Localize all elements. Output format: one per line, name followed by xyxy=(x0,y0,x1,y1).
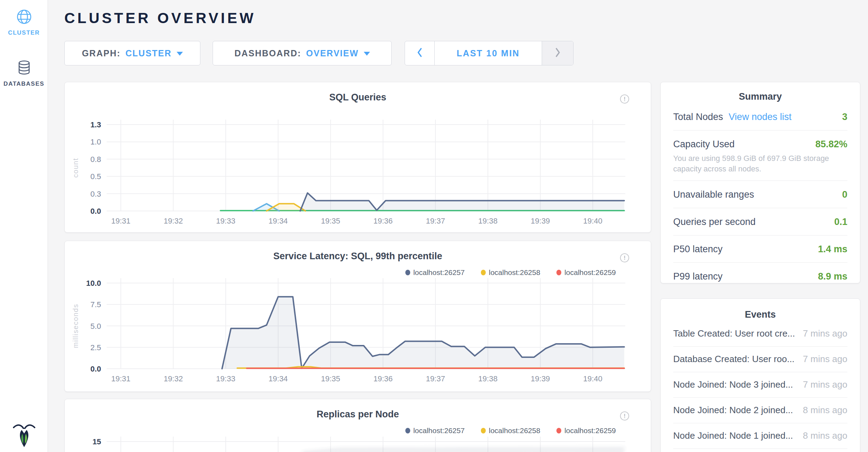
svg-text:0.5: 0.5 xyxy=(90,172,101,181)
svg-text:19:40: 19:40 xyxy=(583,217,603,225)
svg-text:19:33: 19:33 xyxy=(216,374,235,383)
svg-text:19:32: 19:32 xyxy=(164,374,183,383)
summary-row-capacity-used: Capacity Used 85.82% You are using 598.9… xyxy=(673,130,847,181)
sql-queries-chart-canvas[interactable]: 19:3119:3219:3319:3419:3519:3619:3719:38… xyxy=(65,82,652,233)
svg-text:19:36: 19:36 xyxy=(373,374,393,383)
svg-text:19:34: 19:34 xyxy=(269,217,288,225)
summary-row-p50-latency: P50 latency 1.4 ms xyxy=(673,235,847,263)
event-timestamp: 7 mins ago xyxy=(803,328,847,339)
svg-text:0.0: 0.0 xyxy=(90,365,101,373)
svg-text:0.3: 0.3 xyxy=(90,190,101,198)
summary-row-value: 8.9 ms xyxy=(818,271,847,282)
svg-text:1.3: 1.3 xyxy=(90,120,101,129)
chevron-left-icon xyxy=(417,47,423,59)
event-row: Node Joined: Node 1 joined... 8 mins ago xyxy=(673,423,847,449)
summary-row-value: 1.4 ms xyxy=(818,244,847,255)
event-row: Node Joined: Node 2 joined... 8 mins ago xyxy=(673,398,847,423)
event-row: Database Created: User roo... 7 mins ago xyxy=(673,347,847,372)
sidebar-item-label: DATABASES xyxy=(0,80,48,87)
svg-text:19:37: 19:37 xyxy=(426,374,445,383)
event-row: Node Joined: Node 3 joined... 7 mins ago xyxy=(673,372,847,398)
page-title: CLUSTER OVERVIEW xyxy=(64,10,256,27)
svg-text:19:39: 19:39 xyxy=(531,217,550,225)
summary-row-p99-latency: P99 latency 8.9 ms xyxy=(673,263,847,290)
events-panel: Events Table Created: User root cre... 7… xyxy=(660,298,860,452)
event-timestamp: 7 mins ago xyxy=(803,379,847,390)
svg-text:19:35: 19:35 xyxy=(321,217,340,225)
summary-row-label: Capacity Used xyxy=(673,139,735,150)
svg-text:10.0: 10.0 xyxy=(86,279,101,288)
caret-down-icon xyxy=(364,52,370,56)
svg-text:15: 15 xyxy=(93,437,101,446)
graph-dropdown[interactable]: GRAPH: CLUSTER xyxy=(64,41,200,65)
summary-row-value: 3 xyxy=(842,112,847,122)
svg-text:19:39: 19:39 xyxy=(531,374,550,383)
svg-text:19:33: 19:33 xyxy=(216,217,235,225)
globe-icon xyxy=(16,20,33,26)
time-window-next-button[interactable] xyxy=(542,41,573,65)
svg-text:milliseconds: milliseconds xyxy=(72,304,79,348)
event-timestamp: 8 mins ago xyxy=(803,405,847,416)
service-latency-chart-card: Service Latency: SQL, 99th percentile lo… xyxy=(64,241,651,392)
summary-row-label: P50 latency xyxy=(673,244,723,255)
event-timestamp: 8 mins ago xyxy=(803,430,847,441)
svg-text:19:37: 19:37 xyxy=(426,217,445,225)
dashboard-dropdown-value: OVERVIEW xyxy=(306,48,358,58)
caret-down-icon xyxy=(177,52,183,56)
time-window-range-button[interactable]: LAST 10 MIN xyxy=(435,41,542,65)
svg-text:2.5: 2.5 xyxy=(90,343,101,352)
event-label: Node Joined: Node 2 joined... xyxy=(673,405,793,416)
summary-row-unavailable-ranges: Unavailable ranges 0 xyxy=(673,181,847,208)
replicas-per-node-chart-canvas[interactable]: 19:3119:3219:3319:3419:3519:3619:3719:38… xyxy=(65,399,652,452)
dashboard-dropdown[interactable]: DASHBOARD: OVERVIEW xyxy=(213,41,392,65)
svg-text:19:35: 19:35 xyxy=(321,374,340,383)
replicas-per-node-chart-card: Replicas per Node localhost:26257 localh… xyxy=(64,399,651,452)
service-latency-chart-canvas[interactable]: 19:3119:3219:3319:3419:3519:3619:3719:38… xyxy=(65,241,652,392)
sidebar-item-databases[interactable]: DATABASES xyxy=(0,59,48,87)
event-timestamp: 7 mins ago xyxy=(803,354,847,365)
svg-text:19:38: 19:38 xyxy=(478,374,498,383)
event-label: Node Joined: Node 1 joined... xyxy=(673,430,793,441)
summary-row-value: 85.82% xyxy=(815,139,847,150)
cockroachdb-bug-logo xyxy=(0,423,48,449)
event-label: Database Created: User roo... xyxy=(673,354,795,365)
summary-row-label: Total Nodes xyxy=(673,112,723,122)
summary-panel: Summary Total Nodes View nodes list 3 Ca… xyxy=(660,82,860,283)
summary-row-label: Queries per second xyxy=(673,217,756,227)
summary-row-label: Unavailable ranges xyxy=(673,189,754,200)
svg-text:0.0: 0.0 xyxy=(90,207,101,216)
sql-queries-chart-card: SQL Queries 19:3119:3219:3319:3419:3519:… xyxy=(64,82,651,233)
database-stack-icon xyxy=(16,71,32,77)
svg-text:5.0: 5.0 xyxy=(90,322,101,331)
view-nodes-list-link[interactable]: View nodes list xyxy=(729,112,792,122)
summary-row-queries-per-second: Queries per second 0.1 xyxy=(673,208,847,235)
graph-dropdown-label: GRAPH: xyxy=(82,48,121,58)
graph-dropdown-value: CLUSTER xyxy=(126,48,172,58)
summary-row-value: 0 xyxy=(842,189,847,200)
summary-row-value: 0.1 xyxy=(834,217,847,227)
events-title: Events xyxy=(673,309,847,321)
svg-text:19:34: 19:34 xyxy=(269,374,288,383)
event-label: Node Joined: Node 3 joined... xyxy=(673,379,793,390)
summary-row-total-nodes: Total Nodes View nodes list 3 xyxy=(673,103,847,130)
sidebar: CLUSTER DATABASES xyxy=(0,0,48,452)
sidebar-item-label: CLUSTER xyxy=(0,29,48,36)
time-window-selector: LAST 10 MIN xyxy=(405,41,574,65)
svg-text:1.0: 1.0 xyxy=(90,137,101,146)
svg-text:19:31: 19:31 xyxy=(111,374,130,383)
summary-title: Summary xyxy=(673,91,847,103)
summary-row-label: P99 latency xyxy=(673,271,723,282)
event-label: Table Created: User root cre... xyxy=(673,328,795,339)
svg-text:19:36: 19:36 xyxy=(373,217,393,225)
chevron-right-icon xyxy=(555,47,561,59)
svg-text:19:38: 19:38 xyxy=(478,217,498,225)
svg-text:19:31: 19:31 xyxy=(111,217,130,225)
svg-text:count: count xyxy=(72,158,79,177)
dashboard-dropdown-label: DASHBOARD: xyxy=(234,48,301,58)
event-row: Table Created: User root cre... 7 mins a… xyxy=(673,321,847,347)
capacity-used-subtext: You are using 598.9 GiB of 697.9 GiB sto… xyxy=(673,153,847,174)
sidebar-item-cluster[interactable]: CLUSTER xyxy=(0,8,48,36)
svg-text:0.8: 0.8 xyxy=(90,155,101,164)
svg-text:19:40: 19:40 xyxy=(583,374,603,383)
time-window-prev-button[interactable] xyxy=(405,41,435,65)
